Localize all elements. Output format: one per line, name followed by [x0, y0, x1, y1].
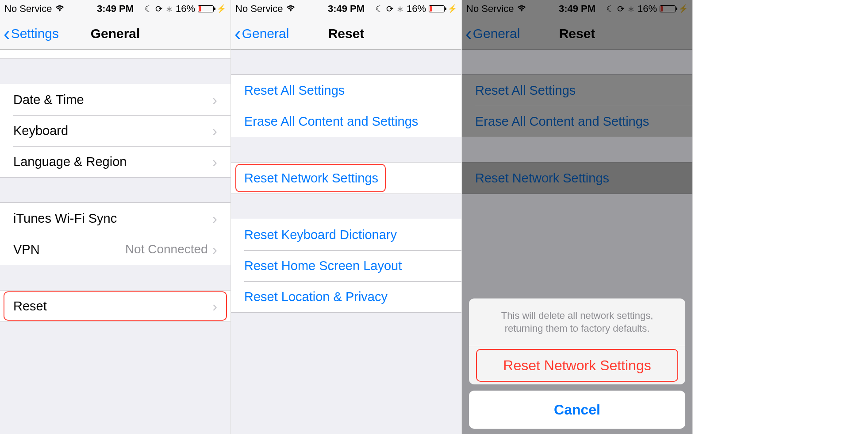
page-title: General	[0, 26, 230, 41]
row-reset-network-settings[interactable]: Reset Network Settings	[231, 163, 461, 194]
row-label: Reset Home Screen Layout	[244, 259, 448, 273]
row-language-region[interactable]: Language & Region ›	[0, 146, 230, 177]
group-general-2: iTunes Wi-Fi Sync › VPN Not Connected ›	[0, 202, 230, 265]
action-sheet: This will delete all network settings, r…	[469, 298, 685, 429]
clock-label: 3:49 PM	[0, 3, 230, 15]
row-reset[interactable]: Reset ›	[0, 291, 230, 322]
content: Date & Time › Keyboard › Language & Regi…	[0, 50, 230, 322]
nav-bar: ‹ General Reset	[231, 18, 461, 50]
page-title: Reset	[231, 26, 461, 41]
row-label: iTunes Wi-Fi Sync	[13, 211, 212, 226]
screen-reset-confirm: No Service 3:49 PM ☾ ⟳ ∗ 16% ⚡ ‹ General…	[462, 0, 693, 434]
screen-reset: No Service 3:49 PM ☾ ⟳ ∗ 16% ⚡ ‹ General…	[231, 0, 462, 434]
row-reset-location-privacy[interactable]: Reset Location & Privacy	[231, 281, 461, 312]
prev-group-stub	[0, 50, 230, 59]
row-erase-all-content[interactable]: Erase All Content and Settings	[231, 106, 461, 137]
group-reset: Reset ›	[0, 290, 230, 322]
nav-bar: ‹ Settings General	[0, 18, 230, 50]
chevron-right-icon: ›	[212, 153, 217, 170]
action-sheet-group: This will delete all network settings, r…	[469, 298, 685, 384]
row-date-time[interactable]: Date & Time ›	[0, 84, 230, 115]
battery-icon	[429, 5, 445, 12]
row-reset-keyboard-dictionary[interactable]: Reset Keyboard Dictionary	[231, 219, 461, 250]
row-label: Reset	[13, 299, 212, 314]
row-label: Date & Time	[13, 93, 212, 107]
battery-icon	[198, 5, 214, 12]
action-sheet-message: This will delete all network settings, r…	[469, 298, 685, 346]
group-reset-b: Reset Network Settings	[231, 162, 461, 194]
group-reset-c: Reset Keyboard Dictionary Reset Home Scr…	[231, 219, 461, 313]
chevron-right-icon: ›	[212, 210, 217, 227]
button-label: Reset Network Settings	[503, 357, 651, 374]
row-keyboard[interactable]: Keyboard ›	[0, 115, 230, 146]
chevron-right-icon: ›	[212, 122, 217, 140]
status-bar: No Service 3:49 PM ☾ ⟳ ∗ 16% ⚡	[0, 0, 230, 18]
row-label: Reset Location & Privacy	[244, 290, 448, 304]
button-label: Cancel	[554, 402, 600, 418]
chevron-right-icon: ›	[212, 298, 217, 315]
row-reset-home-screen[interactable]: Reset Home Screen Layout	[231, 250, 461, 281]
status-bar: No Service 3:49 PM ☾ ⟳ ∗ 16% ⚡	[231, 0, 461, 18]
row-value: Not Connected	[125, 242, 208, 256]
group-general-1: Date & Time › Keyboard › Language & Regi…	[0, 84, 230, 178]
row-vpn[interactable]: VPN Not Connected ›	[0, 234, 230, 265]
row-reset-all-settings[interactable]: Reset All Settings	[231, 75, 461, 106]
row-label: Language & Region	[13, 155, 212, 169]
cancel-button[interactable]: Cancel	[469, 391, 685, 429]
row-label: VPN	[13, 242, 125, 257]
row-label: Reset All Settings	[244, 83, 448, 98]
row-label: Reset Network Settings	[244, 171, 448, 186]
clock-label: 3:49 PM	[231, 3, 461, 15]
group-reset-a: Reset All Settings Erase All Content and…	[231, 74, 461, 137]
confirm-reset-network-button[interactable]: Reset Network Settings	[469, 346, 685, 384]
row-itunes-wifi-sync[interactable]: iTunes Wi-Fi Sync ›	[0, 203, 230, 234]
screen-general: No Service 3:49 PM ☾ ⟳ ∗ 16% ⚡ ‹ Setting…	[0, 0, 231, 434]
chevron-right-icon: ›	[212, 241, 217, 258]
row-label: Keyboard	[13, 124, 212, 138]
chevron-right-icon: ›	[212, 91, 217, 108]
content: Reset All Settings Erase All Content and…	[231, 50, 461, 313]
row-label: Erase All Content and Settings	[244, 114, 448, 129]
row-label: Reset Keyboard Dictionary	[244, 228, 448, 242]
